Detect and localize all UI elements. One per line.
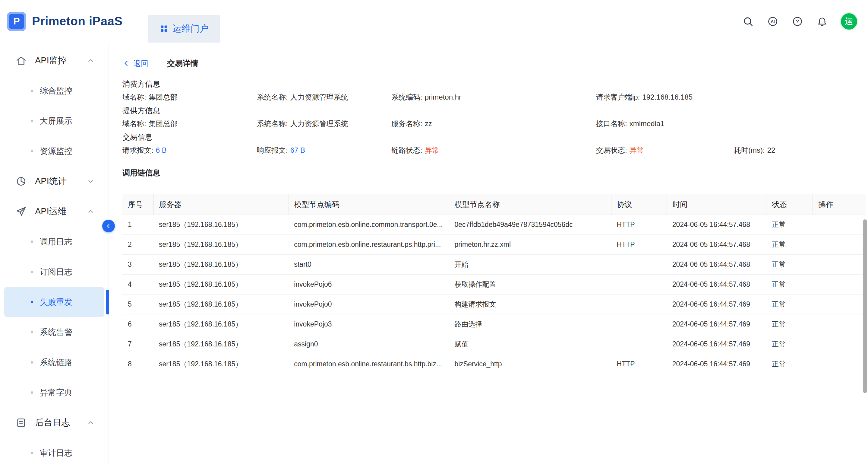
table-cell [813, 294, 866, 314]
table-cell: start0 [288, 255, 449, 274]
sidebar-item-api-statistics[interactable]: API统计 [0, 166, 108, 197]
sidebar-item-api-monitoring[interactable]: API监控 [0, 46, 108, 76]
sidebar-item-label: 失败重发 [40, 297, 72, 308]
sidebar-item-label: API运维 [35, 205, 67, 217]
transaction-status-value: 异常 [629, 146, 644, 154]
section-title-consumer: 消费方信息 [122, 79, 868, 88]
field-system-name: 系统名称:人力资源管理系统 [257, 93, 391, 102]
sidebar-item-resource-monitoring[interactable]: 资源监控 [4, 136, 104, 166]
field-system-name: 系统名称:人力资源管理系统 [257, 119, 391, 128]
sidebar-item-subscription-logs[interactable]: 订阅日志 [4, 257, 104, 287]
table-cell: invokePojo6 [288, 274, 449, 294]
table-row: 7ser185（192.168.16.185）assign0赋值2024-06-… [122, 335, 866, 354]
bullet-dot-icon [31, 271, 33, 273]
table-cell: 正常 [766, 354, 813, 374]
field-domain-name: 域名称:集团总部 [122, 119, 257, 128]
table-cell: bizService_http [449, 354, 611, 374]
tab-ops-portal[interactable]: 运维门户 [148, 15, 220, 42]
response-payload-link[interactable]: 67 B [290, 146, 305, 154]
table-cell [612, 314, 667, 335]
section-title-transaction: 交易信息 [122, 133, 868, 142]
table-cell [813, 255, 866, 274]
field-label: 交易状态: [596, 146, 627, 154]
field-elapsed-ms: 耗时(ms):22 [734, 146, 868, 155]
sidebar-collapse-button[interactable] [102, 220, 115, 232]
table-cell: assign0 [288, 335, 449, 354]
notifications-bell-icon[interactable] [816, 16, 828, 27]
svg-text:?: ? [796, 19, 799, 24]
table-row: 5ser185（192.168.16.185）invokePojo0构建请求报文… [122, 294, 866, 314]
sidebar: API监控 综合监控 大屏展示 资源监控 API统计 [0, 42, 109, 465]
sidebar-item-call-logs[interactable]: 调用日志 [4, 227, 104, 257]
sidebar-item-label: API统计 [35, 175, 67, 187]
sidebar-item-comprehensive-monitoring[interactable]: 综合监控 [4, 76, 104, 106]
paper-plane-icon [16, 205, 28, 217]
table-cell [612, 255, 667, 274]
sidebar-item-label: 综合监控 [40, 85, 72, 96]
table-cell: com.primeton.esb.online.restaurant.ps.ht… [288, 235, 449, 255]
table-cell: 路由选择 [449, 314, 611, 335]
table-cell: ser185（192.168.16.185） [153, 335, 288, 354]
table-cell: ser185（192.168.16.185） [153, 235, 288, 255]
table-cell: 2024-06-05 16:44:57.468 [667, 255, 766, 274]
table-cell: 2024-06-05 16:44:57.469 [667, 335, 766, 354]
table-cell: 正常 [766, 314, 813, 335]
sidebar-item-label: 系统链路 [40, 357, 72, 368]
request-payload-link[interactable]: 6 B [156, 146, 167, 154]
table-cell: invokePojo0 [288, 294, 449, 314]
field-label: 请求报文: [122, 146, 153, 154]
section-title-call-chain: 调用链信息 [122, 168, 868, 177]
sidebar-item-label: 异常字典 [40, 387, 72, 398]
elapsed-ms-value: 22 [767, 146, 775, 154]
field-value: 人力资源管理系统 [290, 93, 348, 101]
main-content: 返回 交易详情 消费方信息 域名称:集团总部 系统名称:人力资源管理系统 系统编… [109, 42, 868, 465]
breadcrumb: 返回 交易详情 [122, 56, 868, 71]
table-cell: com.primeton.esb.online.common.transport… [288, 215, 449, 235]
table-cell [813, 274, 866, 294]
back-button[interactable]: 返回 [122, 59, 148, 68]
search-icon[interactable] [742, 16, 754, 27]
field-transaction-status: 交易状态:异常 [596, 146, 734, 155]
table-cell [612, 294, 667, 314]
bullet-dot-icon [31, 331, 33, 333]
chevron-left-icon [105, 223, 112, 229]
table-cell: 5 [122, 294, 153, 314]
table-cell: 2024-06-05 16:44:57.469 [667, 294, 766, 314]
top-bar: P Primeton iPaaS 运维门户 AI [0, 0, 868, 42]
field-response-payload: 响应报文:67 B [257, 146, 391, 155]
sidebar-item-system-alerts[interactable]: 系统告警 [4, 317, 104, 347]
avatar[interactable]: 运 [841, 13, 857, 30]
sidebar-item-dashboard-display[interactable]: 大屏展示 [4, 106, 104, 136]
sidebar-item-api-operations[interactable]: API运维 [0, 197, 108, 227]
chevron-left-icon [122, 59, 130, 67]
table-cell: 2024-06-05 16:44:57.469 [667, 314, 766, 335]
table-column-header: 服务器 [153, 194, 288, 215]
sidebar-item-label: 系统告警 [40, 327, 72, 338]
table-cell: 正常 [766, 294, 813, 314]
app: P Primeton iPaaS 运维门户 AI [0, 0, 868, 465]
table-row: 2ser185（192.168.16.185）com.primeton.esb.… [122, 235, 866, 255]
table-header-row: 序号服务器模型节点编码模型节点名称协议时间状态操作 [122, 194, 866, 215]
table-cell: ser185（192.168.16.185） [153, 274, 288, 294]
sidebar-item-audit-logs[interactable]: 审计日志 [4, 438, 104, 465]
chevron-up-icon [87, 419, 95, 427]
table-cell: ser185（192.168.16.185） [153, 215, 288, 235]
sidebar-item-failed-resend[interactable]: 失败重发 [4, 287, 104, 317]
chevron-down-icon [87, 177, 95, 185]
topbar-actions: AI ? 运 [742, 0, 857, 42]
table-cell: 开始 [449, 255, 611, 274]
sidebar-item-backend-logs[interactable]: 后台日志 [0, 408, 108, 438]
ai-assistant-icon[interactable]: AI [767, 16, 779, 27]
help-icon[interactable]: ? [792, 16, 804, 27]
table-cell [813, 335, 866, 354]
sidebar-item-label: 大屏展示 [40, 116, 72, 126]
vertical-scrollbar-thumb[interactable] [863, 220, 867, 393]
sidebar-item-system-links[interactable]: 系统链路 [4, 347, 104, 377]
bullet-dot-icon [31, 90, 33, 92]
brand[interactable]: P Primeton iPaaS [0, 12, 122, 31]
table-cell: 获取操作配置 [449, 274, 611, 294]
field-label: 接口名称: [596, 119, 627, 128]
sidebar-item-label: 审计日志 [40, 447, 72, 458]
field-system-code: 系统编码:primeton.hr [391, 93, 596, 102]
sidebar-item-exception-dictionary[interactable]: 异常字典 [4, 377, 104, 408]
